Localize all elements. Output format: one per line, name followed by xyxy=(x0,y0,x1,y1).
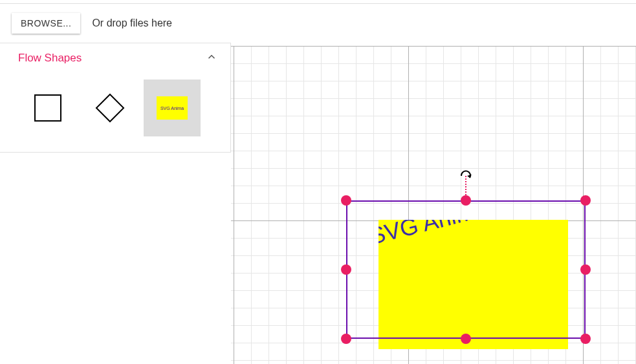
palette-shape-rectangle[interactable] xyxy=(19,80,76,136)
resize-handle-sw[interactable] xyxy=(341,334,351,344)
drop-files-hint: Or drop files here xyxy=(92,17,172,29)
chevron-up-icon xyxy=(206,51,217,65)
resize-handle-s[interactable] xyxy=(461,334,471,344)
svg-marker-1 xyxy=(96,94,124,122)
resize-handle-e[interactable] xyxy=(580,264,591,275)
rotate-icon xyxy=(458,168,474,184)
palette-title: Flow Shapes xyxy=(18,52,82,65)
svg-animation-thumb-text: SVG Anima xyxy=(160,106,184,111)
palette-shape-svg-animation[interactable]: SVG Anima xyxy=(144,80,201,136)
resize-handle-n[interactable] xyxy=(461,195,471,206)
palette-shapes-row: SVG Anima xyxy=(0,73,230,152)
rotate-handle[interactable] xyxy=(458,168,474,186)
svg-rect-0 xyxy=(35,95,61,121)
palette-shape-diamond[interactable] xyxy=(82,80,138,136)
palette-header[interactable]: Flow Shapes xyxy=(0,43,230,73)
resize-handle-ne[interactable] xyxy=(580,195,591,206)
browse-button[interactable]: BROWSE... xyxy=(12,13,80,34)
resize-handle-se[interactable] xyxy=(580,334,591,344)
resize-handle-nw[interactable] xyxy=(341,195,351,206)
svg-animation-node-text: SVG Animation xyxy=(378,220,527,250)
selected-node[interactable]: SVG Animation xyxy=(346,200,586,339)
upload-bar: BROWSE... Or drop files here xyxy=(0,4,636,43)
resize-handle-w[interactable] xyxy=(341,264,351,275)
shapes-palette-panel: Flow Shapes SVG Anima xyxy=(0,43,231,153)
svg-animation-node[interactable]: SVG Animation xyxy=(378,220,568,349)
svg-animation-thumb: SVG Anima xyxy=(157,96,188,120)
